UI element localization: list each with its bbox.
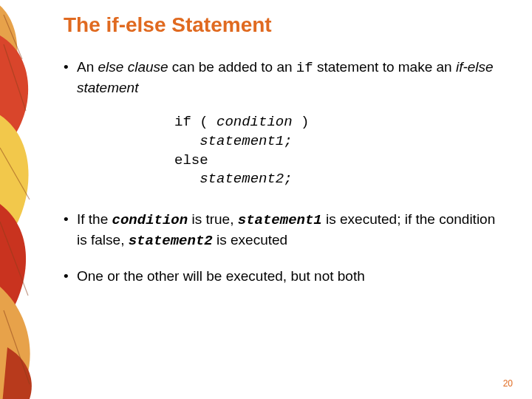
bullet-list-2: If the condition is true, statement1 is … xyxy=(64,210,507,286)
code-condition: condition xyxy=(216,114,293,130)
text: can be added to an xyxy=(168,59,296,75)
bullet-list: An else clause can be added to an if sta… xyxy=(64,58,507,97)
code-statement2: statement2 xyxy=(129,233,213,249)
code-text: ) xyxy=(293,114,310,130)
text: If the xyxy=(77,211,112,227)
term-else-clause: else clause xyxy=(98,59,168,75)
code-if: if xyxy=(296,60,313,76)
text: An xyxy=(77,59,98,75)
code-statement1: statement1 xyxy=(238,212,322,228)
code-indent xyxy=(174,171,200,187)
code-block: if ( condition ) statement1; else statem… xyxy=(174,113,507,189)
code-else: else xyxy=(174,152,208,168)
bullet-2: If the condition is true, statement1 is … xyxy=(64,210,507,250)
text: is true, xyxy=(188,211,238,227)
bullet-3: One or the other will be executed, but n… xyxy=(64,267,507,286)
text: is executed xyxy=(213,232,287,248)
slide-content: The if-else Statement An else clause can… xyxy=(64,13,507,302)
leaves-illustration xyxy=(0,0,53,399)
sidebar-decorative-leaves xyxy=(0,0,53,399)
bullet-1: An else clause can be added to an if sta… xyxy=(64,58,507,97)
slide-title: The if-else Statement xyxy=(64,13,507,37)
code-indent xyxy=(174,133,200,149)
code-statement1: statement1; xyxy=(200,133,292,149)
code-text: if ( xyxy=(174,114,216,130)
code-condition: condition xyxy=(112,212,188,228)
page-number: 20 xyxy=(503,378,513,389)
text: statement to make an xyxy=(313,59,456,75)
code-statement2: statement2; xyxy=(200,171,292,187)
